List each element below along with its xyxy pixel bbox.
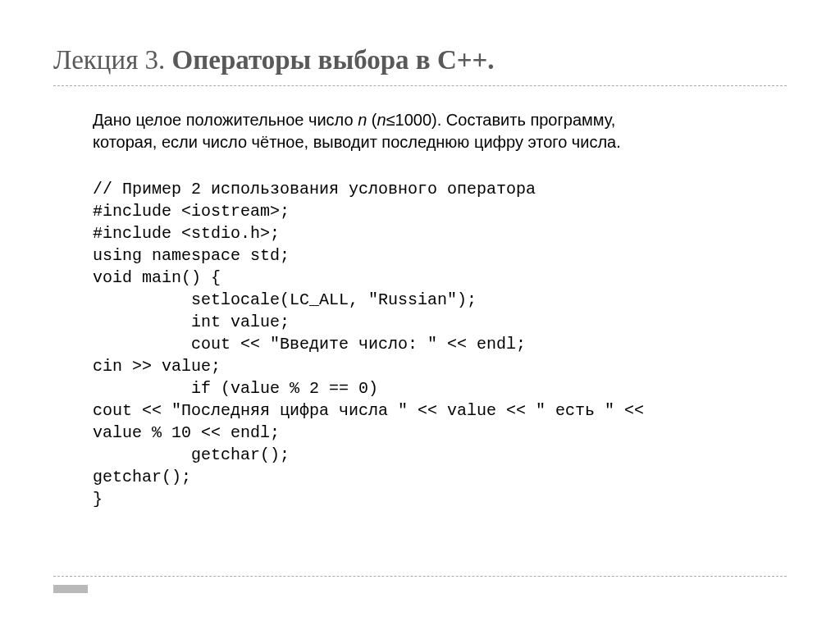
divider-bottom <box>53 576 787 577</box>
code-line-1: // Пример 2 использования условного опер… <box>93 180 536 199</box>
title-main: Операторы выбора в С++. <box>172 45 495 75</box>
problem-text-3: ≤1000). Составить программу, <box>386 111 616 129</box>
code-line-14: getchar(); <box>93 468 191 486</box>
accent-bar <box>53 585 88 593</box>
code-line-13: getchar(); <box>93 445 290 464</box>
slide-title: Лекция 3. Операторы выбора в С++. <box>53 45 787 86</box>
code-line-15: } <box>93 490 103 509</box>
slide-content: Дано целое положительное число n (n≤1000… <box>53 109 787 510</box>
code-line-5: void main() { <box>93 268 221 287</box>
problem-var-n2: n <box>377 111 386 129</box>
code-line-3: #include <stdio.h>; <box>93 224 280 243</box>
code-block: // Пример 2 использования условного опер… <box>93 178 747 510</box>
code-line-8: cout << "Введите число: " << endl; <box>93 335 526 354</box>
code-line-10: if (value % 2 == 0) <box>93 379 378 398</box>
problem-statement: Дано целое положительное число n (n≤1000… <box>93 109 747 153</box>
title-prefix: Лекция 3. <box>53 45 172 75</box>
code-line-9: cin >> value; <box>93 357 221 376</box>
code-line-11: cout << "Последняя цифра числа " << valu… <box>93 401 644 420</box>
problem-text-2: ( <box>367 111 377 129</box>
problem-text-4: которая, если число чётное, выводит посл… <box>93 133 621 151</box>
code-line-2: #include <iostream>; <box>93 202 290 221</box>
problem-var-n1: n <box>358 111 367 129</box>
code-line-6: setlocale(LC_ALL, "Russian"); <box>93 290 477 309</box>
code-line-12: value % 10 << endl; <box>93 423 280 442</box>
code-line-4: using namespace std; <box>93 246 290 265</box>
problem-text-1: Дано целое положительное число <box>93 111 358 129</box>
code-line-7: int value; <box>93 313 290 331</box>
